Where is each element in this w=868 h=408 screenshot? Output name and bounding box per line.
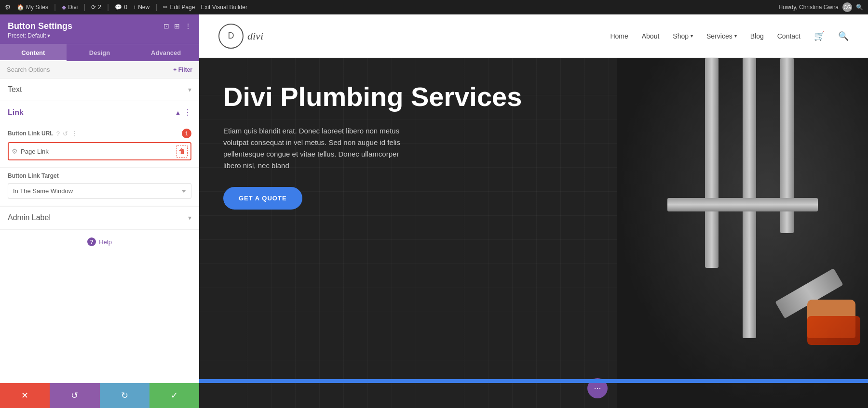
wp-icon[interactable]: ⚙ [5,3,11,11]
filter-button[interactable]: + Filter [173,66,192,73]
logo-text: divi [247,30,263,42]
site-nav-links: Home About Shop ▾ Services ▾ Blog Contac… [610,31,849,41]
link-section-dots-icon[interactable]: ⋮ [184,108,191,117]
nav-services[interactable]: Services ▾ [706,32,737,40]
revisions-icon: ⟳ [91,4,96,11]
button-link-url-label: Button Link URL [8,130,54,137]
nav-blog[interactable]: Blog [750,32,764,40]
text-section-header[interactable]: Text ▾ [0,79,199,101]
help-circle-icon: ? [87,237,96,246]
chevron-down-icon: ▾ [47,32,50,39]
new-link[interactable]: + New [133,4,149,11]
link-section-icons: ▴ ⋮ [176,108,191,117]
edit-page-link[interactable]: ✏ Edit Page [163,4,195,11]
redo-button[interactable]: ↻ [100,383,149,408]
panel-title: Button Settings [8,21,72,31]
nav-about[interactable]: About [642,32,660,40]
link-section-collapse-icon[interactable]: ▴ [176,108,180,117]
url-input-row: ⚙ 🗑 [8,142,191,160]
divi-link[interactable]: ◆ Divi [62,4,78,11]
wordpress-icon: ⚙ [5,3,11,11]
help-footer[interactable]: ? Help [0,230,199,254]
right-panel: D divi Home About Shop ▾ Services ▾ Blog… [199,14,868,408]
tab-content[interactable]: Content [0,44,67,61]
edit-icon: ✏ [163,4,168,11]
my-sites-link[interactable]: 🏠 My Sites [17,4,48,11]
bottom-action-bar: ✕ ↺ ↻ ✓ [0,383,199,408]
search-icon[interactable]: 🔍 [856,4,863,11]
link-section-title: Link [8,108,24,117]
save-button[interactable]: ✓ [149,383,199,408]
screenshot-icon[interactable]: ⊡ [163,22,169,30]
search-bar: Search Options + Filter [0,61,199,79]
site-search-icon[interactable]: 🔍 [838,31,849,41]
help-icon[interactable]: ? [56,130,60,137]
exit-builder-link[interactable]: Exit Visual Builder [201,4,247,11]
link-section-header[interactable]: Link ▴ ⋮ [0,101,199,124]
hero-section: Divi Plumbing Services Etiam quis blandi… [199,58,868,408]
comment-icon: 💬 [115,4,122,11]
hero-cta-button[interactable]: GET A QUOTE [223,187,302,210]
layout-icon[interactable]: ⊞ [174,22,180,30]
admin-bar: ⚙ 🏠 My Sites | ◆ Divi | ⟳ 2 | 💬 0 + New … [0,0,868,14]
nav-home[interactable]: Home [610,32,628,40]
reset-icon[interactable]: ↺ [63,130,68,137]
admin-label-arrow: ▾ [188,214,191,222]
text-section-title: Text [8,85,22,94]
hero-left: Divi Plumbing Services Etiam quis blandi… [199,58,617,408]
shop-chevron-icon: ▾ [691,33,693,39]
cart-icon[interactable]: 🛒 [814,31,825,41]
glove-visual [807,316,860,345]
button-link-target-field: Button Link Target In The Same Window In… [0,168,199,206]
site-logo: D divi [218,24,263,49]
hero-right [617,58,868,408]
url-input[interactable] [21,148,176,155]
revisions-link[interactable]: ⟳ 2 [91,4,101,11]
cancel-button[interactable]: ✕ [0,383,50,408]
tab-advanced[interactable]: Advanced [133,44,199,61]
panel-content: Text ▾ Link ▴ ⋮ Button Link UR [0,79,199,383]
site-nav: D divi Home About Shop ▾ Services ▾ Blog… [199,14,868,58]
text-section-arrow: ▾ [188,86,191,93]
field-dots-icon[interactable]: ⋮ [71,130,78,137]
divi-logo-icon: ◆ [62,4,66,11]
hero-image [617,58,868,408]
admin-label-section: Admin Label ▾ [0,207,199,230]
button-link-target-select[interactable]: In The Same Window In The New Tab [8,183,191,199]
tab-design[interactable]: Design [67,44,133,61]
home-icon: 🏠 [17,4,24,11]
search-options-label: Search Options [7,66,173,73]
nav-contact[interactable]: Contact [777,32,800,40]
button-link-target-label: Button Link Target [8,172,59,179]
avatar: CG [842,2,852,12]
hero-description: Etiam quis blandit erat. Donec laoreet l… [223,125,416,171]
panel-header: Button Settings Preset: Default ▾ ⊡ ⊞ ⋮ [0,14,199,44]
services-chevron-icon: ▾ [734,33,737,39]
admin-label-section-header[interactable]: Admin Label ▾ [0,207,199,229]
ellipsis-icon: ··· [594,383,601,394]
button-link-url-field: Button Link URL ? ↺ ⋮ 1 ⚙ 🗑 [0,124,199,168]
url-gear-icon[interactable]: ⚙ [12,147,18,155]
link-section: Link ▴ ⋮ Button Link URL ? ↺ ⋮ 1 [0,101,199,207]
logo-circle: D [218,24,244,49]
comments-link[interactable]: 💬 0 [115,4,127,11]
url-delete-button[interactable]: 🗑 [176,145,188,158]
nav-shop[interactable]: Shop ▾ [673,32,693,40]
left-panel: Button Settings Preset: Default ▾ ⊡ ⊞ ⋮ … [0,14,199,408]
admin-bar-right: Howdy, Christina Gwira CG 🔍 [779,2,863,12]
undo-button[interactable]: ↺ [50,383,99,408]
admin-label-title: Admin Label [8,213,51,222]
preset-selector[interactable]: Preset: Default ▾ [8,32,72,39]
site-bottom-bar [199,379,868,383]
more-icon[interactable]: ⋮ [185,22,191,30]
url-badge: 1 [182,129,191,138]
hero-title: Divi Plumbing Services [223,82,593,112]
panel-tabs: Content Design Advanced [0,44,199,61]
